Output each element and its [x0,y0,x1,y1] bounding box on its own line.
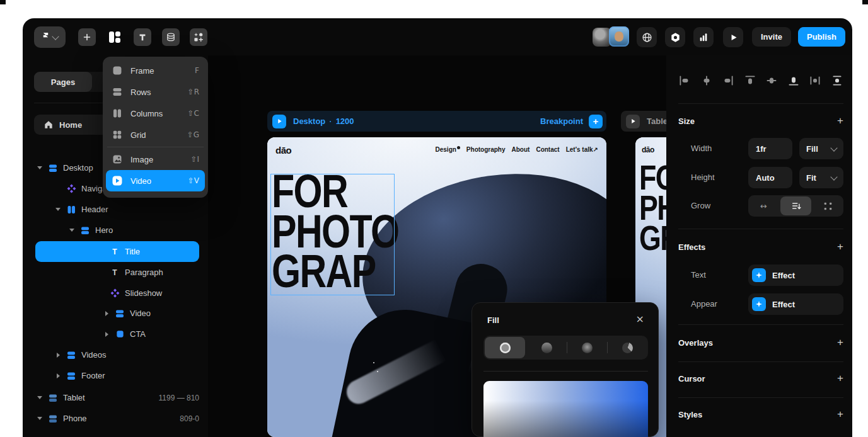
caret-down-icon[interactable] [69,229,75,232]
layer-row-paragraph[interactable]: T Paragraph [34,262,199,283]
layer-row-hero[interactable]: Hero [34,220,199,241]
nav-link-lets-talk[interactable]: Let's talk↗ [566,146,598,153]
add-style-button[interactable]: + [837,408,843,421]
section-divider [678,103,843,104]
align-vertical-center-icon[interactable] [765,74,778,87]
caret-down-icon[interactable] [37,396,43,399]
fill-mode-radial[interactable] [567,336,608,360]
angular-gradient-icon [622,343,633,353]
color-picker-area[interactable] [483,381,648,437]
caret-down-icon[interactable] [55,208,61,211]
menu-item-grid[interactable]: Grid ⇧G [106,124,205,145]
caret-right-icon[interactable] [55,373,61,378]
align-horizontal-center-icon[interactable] [700,74,713,87]
breakpoint-name[interactable]: Tablet [647,116,666,126]
fill-mode-solid[interactable] [485,337,525,358]
pages-tab-label: Pages [51,77,75,87]
nav-link-contact[interactable]: Contact [536,146,559,153]
text-tool-button[interactable] [134,28,151,46]
layer-row-slideshow[interactable]: Slideshow [34,283,199,304]
effect-value: Effect [772,271,795,280]
insert-frame-button[interactable] [78,28,96,46]
menu-item-image[interactable]: Image ⇧I [106,149,205,170]
invite-button[interactable]: Invite [752,27,791,47]
breakpoint-bar-tablet[interactable]: Tablet [621,111,666,132]
align-top-icon[interactable] [744,74,756,87]
home-label: Home [59,120,82,130]
breakpoint-row-phone[interactable]: Phone 809-0 [34,408,199,429]
appear-effect-button[interactable]: Effect [748,293,843,315]
layer-label: Title [125,247,140,256]
text-effect-button[interactable]: Effect [748,264,843,286]
breakpoint-bar-desktop[interactable]: Desktop · 1200 Breakpoint + [267,111,606,132]
layer-row-header[interactable]: Header [34,199,199,220]
nav-link-about[interactable]: About [512,146,530,153]
width-input[interactable]: 1fr [748,138,792,159]
height-input[interactable]: Auto [748,167,792,188]
analytics-button[interactable] [693,27,714,47]
add-overlay-button[interactable]: + [837,336,843,349]
framer-menu-button[interactable] [34,26,66,48]
layer-row-title-selected[interactable]: T Title [35,241,199,262]
caret-right-icon[interactable] [103,332,110,337]
breakpoint-add-label[interactable]: Breakpoint [540,116,583,126]
play-breakpoint-icon[interactable] [272,115,286,128]
plugins-button[interactable] [665,27,685,47]
layer-row-footer[interactable]: Footer [34,365,199,386]
width-label: Width [691,144,712,153]
section-divider [678,324,843,325]
nav-link-photography[interactable]: Photography [466,146,506,153]
menu-divider [107,147,204,147]
distribute-horizontal-icon[interactable] [809,74,821,87]
breakpoint-row-tablet[interactable]: Tablet 1199 — 810 [34,387,199,408]
menu-item-label: Image [130,155,153,164]
menu-item-video[interactable]: Video ⇧V [106,170,205,191]
insert-layout-button[interactable] [106,28,124,46]
breakpoint-name[interactable]: Desktop [293,116,325,126]
preview-button[interactable] [723,27,743,47]
layer-row-video[interactable]: Video [34,303,199,324]
menu-item-label: Frame [130,66,154,76]
publish-button[interactable]: Publish [798,27,845,47]
site-settings-button[interactable] [637,27,657,47]
caret-right-icon[interactable] [103,311,110,316]
align-right-icon[interactable] [722,74,734,87]
menu-item-frame[interactable]: Frame F [106,60,205,81]
play-breakpoint-icon[interactable] [626,115,640,128]
effects-section-header: Effects + [678,241,843,253]
add-size-button[interactable]: + [837,115,843,127]
align-bottom-icon[interactable] [787,74,800,87]
add-cursor-button[interactable]: + [837,372,843,385]
breakpoint-icon [48,414,58,424]
fill-mode-linear[interactable] [526,336,567,360]
caret-right-icon[interactable] [55,353,61,358]
cms-button[interactable] [162,28,180,46]
tab-pages[interactable]: Pages [34,72,92,92]
assets-button[interactable] [190,28,207,46]
alignment-toolbar [678,74,843,87]
caret-down-icon[interactable] [37,417,43,420]
add-breakpoint-button[interactable]: + [589,115,603,128]
nav-link-design[interactable]: Design [436,146,460,153]
caret-down-icon[interactable] [37,166,43,169]
distribute-vertical-icon[interactable] [831,74,843,87]
height-mode-select[interactable]: Fit [799,167,843,188]
menu-item-rows[interactable]: Rows ⇧R [106,81,205,103]
width-mode-select[interactable]: Fill [799,138,843,159]
grow-horizontal-option[interactable]: ↔ [748,195,779,217]
layer-row-videos[interactable]: Videos [34,344,199,365]
grow-text-option[interactable] [780,196,811,215]
canvas[interactable]: Desktop · 1200 Breakpoint + dāo [208,55,666,437]
add-effect-button[interactable]: + [837,241,843,253]
close-icon[interactable]: × [636,313,644,325]
site-logo[interactable]: dāo [275,145,291,156]
align-left-icon[interactable] [678,74,691,87]
layer-row-cta[interactable]: CTA [34,324,199,344]
fill-mode-angular[interactable] [608,336,648,360]
user-avatar[interactable] [609,26,629,47]
grow-freeform-option[interactable] [813,195,843,217]
layer-label: Video [130,309,151,318]
menu-item-columns[interactable]: Columns ⇧C [106,103,205,124]
layout-icon [108,31,121,43]
sparkle-icon [752,268,766,282]
